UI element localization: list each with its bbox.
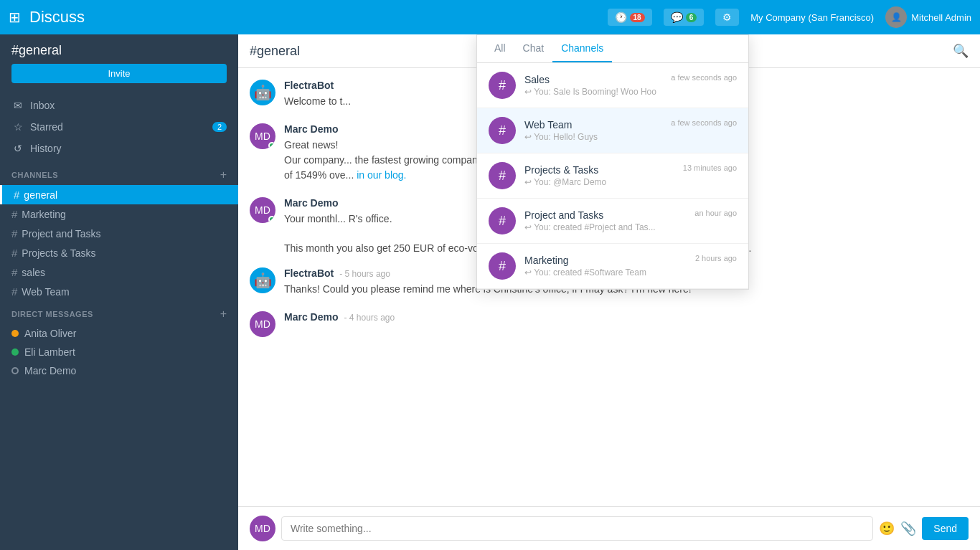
msg-author-3: Marc Demo <box>284 197 338 209</box>
marc-status-dot <box>11 367 19 374</box>
flectrabot-avatar-5: 🤖 <box>250 267 275 293</box>
sidebar-item-history[interactable]: ↺ History <box>0 138 238 159</box>
marketing-item-name: Marketing <box>524 255 687 266</box>
input-avatar: MD <box>250 516 275 541</box>
anita-label: Anita Oliver <box>24 328 76 339</box>
dropdown-tab-all[interactable]: All <box>486 35 514 62</box>
channel-search-dropdown: All Chat Channels # Sales ↩ <box>476 34 749 290</box>
sidebar: #general Invite ✉ Inbox ☆ Starred 2 ↺ Hi… <box>0 34 238 550</box>
eli-status-dot <box>11 349 19 356</box>
marketing-channel-icon: # <box>489 252 516 280</box>
channels-section-label: CHANNELS <box>11 171 58 179</box>
inbox-icon: ✉ <box>11 100 24 111</box>
marketing-item-time: 2 hours ago <box>695 254 737 262</box>
main-layout: #general Invite ✉ Inbox ☆ Starred 2 ↺ Hi… <box>0 34 980 550</box>
dm-item-marc[interactable]: Marc Demo <box>0 361 238 380</box>
marketing-item-preview: ↩ You: created #Software Team <box>524 267 687 278</box>
channel-item-project-and-tasks[interactable]: # Project and Tasks <box>0 224 238 243</box>
emoji-button[interactable]: 🙂 <box>879 521 895 536</box>
web-team-item-name: Web Team <box>524 119 662 131</box>
settings-button[interactable]: ⚙ <box>715 9 739 26</box>
msg-author-2: Marc Demo <box>284 123 338 135</box>
notifications-count: 18 <box>630 13 645 22</box>
dropdown-item-sales[interactable]: # Sales ↩ You: Sale Is Booming! Woo Hoo … <box>477 63 748 108</box>
web-team-item-info: Web Team ↩ You: Hello! Guys <box>524 119 662 142</box>
messages-button[interactable]: 💬 6 <box>664 9 705 26</box>
channel-item-sales[interactable]: # sales <box>0 262 238 282</box>
dropdown-item-project-and-tasks[interactable]: # Project and Tasks ↩ You: created #Proj… <box>477 199 748 244</box>
msg-author-5: FlectraBot <box>284 267 334 279</box>
msg-author-6: Marc Demo <box>284 311 338 323</box>
attachment-button[interactable]: 📎 <box>900 521 916 536</box>
channels-list: # general # Marketing # Project and Task… <box>0 185 238 301</box>
send-button[interactable]: Send <box>922 517 969 540</box>
channel-item-marketing[interactable]: # Marketing <box>0 204 238 224</box>
grid-icon[interactable]: ⊞ <box>9 9 21 26</box>
history-label: History <box>30 143 62 154</box>
msg-author-1: FlectraBot <box>284 80 334 91</box>
channel-item-general[interactable]: # general <box>0 185 238 204</box>
marketing-item-info: Marketing ↩ You: created #Software Team <box>524 255 687 278</box>
dropdown-tab-chat[interactable]: Chat <box>514 35 553 62</box>
add-channel-button[interactable]: + <box>220 169 227 181</box>
history-icon: ↺ <box>11 143 24 154</box>
user-info: 👤 Mitchell Admin <box>885 6 971 28</box>
search-button[interactable]: 🔍 <box>953 43 969 59</box>
project-and-tasks-channel-icon: # <box>489 207 516 234</box>
marc-online-dot-3 <box>268 216 275 223</box>
blog-link[interactable]: in our blog. <box>357 169 406 181</box>
dropdown-item-marketing[interactable]: # Marketing ↩ You: created #Software Tea… <box>477 244 748 289</box>
message-input-area: MD 🙂 📎 Send <box>238 506 980 550</box>
dropdown-item-web-team[interactable]: # Web Team ↩ You: Hello! Guys a few seco… <box>477 108 748 153</box>
channel-label-marketing: Marketing <box>22 209 65 220</box>
dm-item-eli[interactable]: Eli Lambert <box>0 343 238 361</box>
sales-channel-icon: # <box>489 72 516 99</box>
reply-icon-5: ↩ <box>524 267 532 278</box>
project-and-tasks-item-info: Project and Tasks ↩ You: created #Projec… <box>524 209 686 232</box>
reply-icon-4: ↩ <box>524 222 532 232</box>
project-and-tasks-item-time: an hour ago <box>694 209 737 217</box>
sales-item-info: Sales ↩ You: Sale Is Booming! Woo Hoo <box>524 74 662 97</box>
marc-avatar-2: MD <box>250 123 275 149</box>
dropdown-tab-channels[interactable]: Channels <box>552 35 612 62</box>
web-team-item-time: a few seconds ago <box>671 118 737 127</box>
app-title: Discuss <box>29 8 599 27</box>
anita-status-dot <box>11 330 19 337</box>
project-and-tasks-item-name: Project and Tasks <box>524 209 686 221</box>
reply-icon: ↩ <box>524 87 532 97</box>
projects-tasks-item-preview: ↩ You: @Marc Demo <box>524 177 674 187</box>
msg-content-6: Marc Demo - 4 hours ago <box>284 311 969 337</box>
marc-label: Marc Demo <box>24 365 76 376</box>
user-name: Mitchell Admin <box>911 12 971 23</box>
dropdown-item-projects-tasks[interactable]: # Projects & Tasks ↩ You: @Marc Demo 13 … <box>477 153 748 199</box>
marc-avatar-3: MD <box>250 197 275 223</box>
project-and-tasks-item-preview: ↩ You: created #Project and Tas... <box>524 222 686 232</box>
channel-item-web-team[interactable]: # Web Team <box>0 282 238 301</box>
msg-time-5: - 5 hours ago <box>339 269 390 279</box>
inbox-label: Inbox <box>30 100 55 111</box>
company-name: My Company (San Francisco) <box>750 12 874 23</box>
web-team-channel-icon: # <box>489 117 516 144</box>
sidebar-channel-name: #general <box>11 43 62 58</box>
add-dm-button[interactable]: + <box>220 308 227 320</box>
dm-list: Anita Oliver Eli Lambert Marc Demo <box>0 324 238 380</box>
channels-section-header: CHANNELS + <box>0 162 238 185</box>
clock-icon: 🕐 <box>615 11 627 23</box>
message-group-6: MD Marc Demo - 4 hours ago <box>250 311 969 337</box>
channel-label-general: general <box>24 189 57 201</box>
star-icon: ☆ <box>11 121 24 133</box>
channel-label-projects-tasks: Projects & Tasks <box>22 247 95 259</box>
invite-button[interactable]: Invite <box>11 64 227 83</box>
projects-tasks-item-name: Projects & Tasks <box>524 164 674 176</box>
message-input[interactable] <box>281 516 873 541</box>
notifications-button[interactable]: 🕐 18 <box>608 9 652 26</box>
sidebar-item-starred[interactable]: ☆ Starred 2 <box>0 116 238 138</box>
dm-item-anita[interactable]: Anita Oliver <box>0 324 238 343</box>
sidebar-item-inbox[interactable]: ✉ Inbox <box>0 95 238 116</box>
channel-label-sales: sales <box>22 267 45 278</box>
starred-label: Starred <box>30 121 63 133</box>
msg-time-6: - 4 hours ago <box>344 313 395 323</box>
user-avatar: 👤 <box>885 6 907 28</box>
channel-item-projects-tasks[interactable]: # Projects & Tasks <box>0 243 238 262</box>
eli-label: Eli Lambert <box>24 346 75 358</box>
